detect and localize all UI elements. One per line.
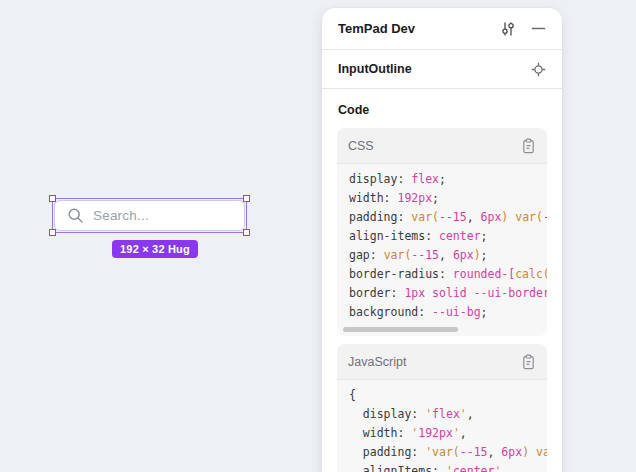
panel-header: TemPad Dev xyxy=(322,8,562,50)
code-line: padding: 'var(--15, 6px) var xyxy=(349,443,547,462)
dimensions-badge: 192 × 32 Hug xyxy=(112,240,198,258)
magnifier-icon xyxy=(67,207,84,224)
scrollbar-thumb[interactable] xyxy=(343,327,458,332)
javascript-card-label: JavaScript xyxy=(348,355,521,369)
search-input[interactable]: Search... xyxy=(54,200,245,231)
selected-node-row: InputOutline xyxy=(322,50,562,89)
code-line: display: 'flex', xyxy=(349,405,547,424)
component-name: InputOutline xyxy=(338,62,531,76)
css-card-header: CSS xyxy=(337,128,547,164)
css-horizontal-scrollbar xyxy=(337,324,547,336)
code-section: Code CSS display: flex;width: 192px;padd… xyxy=(322,89,562,472)
minimize-icon[interactable] xyxy=(531,21,546,36)
css-code-content[interactable]: display: flex;width: 192px;padding: var(… xyxy=(337,164,547,324)
code-line: { xyxy=(349,386,547,405)
code-line: gap: var(--15, 6px); xyxy=(349,246,547,265)
code-section-label: Code xyxy=(338,103,546,117)
code-line: alignItems: 'center', xyxy=(349,462,547,472)
selection-handle-top-right[interactable] xyxy=(243,195,250,202)
selection-handle-bottom-right[interactable] xyxy=(243,229,250,236)
javascript-card-header: JavaScript xyxy=(337,344,547,380)
search-placeholder: Search... xyxy=(93,208,149,223)
code-line: background: --ui-bg; xyxy=(349,303,547,322)
css-code-card: CSS display: flex;width: 192px;padding: … xyxy=(337,128,547,336)
tempad-dev-panel: TemPad Dev InputOutline xyxy=(322,8,562,472)
css-card-label: CSS xyxy=(348,139,521,153)
code-line: align-items: center; xyxy=(349,227,547,246)
code-line: width: 192px; xyxy=(349,189,547,208)
code-line: display: flex; xyxy=(349,170,547,189)
javascript-code-card: JavaScript { display: 'flex', width: '19… xyxy=(337,344,547,472)
selected-component: Search... xyxy=(52,198,247,233)
settings-sliders-icon[interactable] xyxy=(500,21,516,37)
locate-target-icon[interactable] xyxy=(531,62,546,77)
code-line: border-radius: rounded-[calc(v xyxy=(349,265,547,284)
code-line: width: '192px', xyxy=(349,424,547,443)
code-line: padding: var(--15, 6px) var(-- xyxy=(349,208,547,227)
selection-handle-bottom-left[interactable] xyxy=(49,229,56,236)
javascript-code-content[interactable]: { display: 'flex', width: '192px', paddi… xyxy=(337,380,547,472)
copy-clipboard-icon[interactable] xyxy=(521,138,536,154)
panel-title: TemPad Dev xyxy=(338,21,500,36)
copy-clipboard-icon[interactable] xyxy=(521,354,536,370)
code-line: border: 1px solid --ui-border- xyxy=(349,284,547,303)
